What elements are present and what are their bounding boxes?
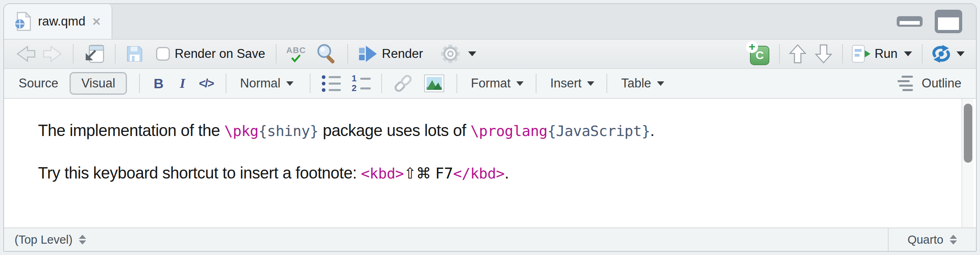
bold-button[interactable]: B <box>154 76 164 91</box>
open-in-window-icon[interactable] <box>83 43 105 64</box>
format-selector[interactable]: Quarto <box>888 228 976 251</box>
paragraph-style-dropdown[interactable]: Normal <box>240 76 281 91</box>
render-settings-gear-icon[interactable] <box>439 43 462 64</box>
toolbar-separator <box>347 44 348 64</box>
go-to-next-chunk-icon[interactable] <box>815 44 832 64</box>
forward-icon[interactable] <box>42 45 63 63</box>
table-menu-dropdown-icon[interactable] <box>657 81 664 86</box>
quarto-file-icon <box>15 12 32 31</box>
insert-chunk-button[interactable]: C + <box>747 42 769 65</box>
italic-button[interactable]: I <box>180 76 185 91</box>
editor-paragraph[interactable]: The implementation of the \pkg{shiny} pa… <box>38 121 919 140</box>
find-replace-icon[interactable] <box>315 42 338 65</box>
text-segment-latex-cmd: \pkg <box>224 123 259 139</box>
insert-menu-dropdown-icon[interactable] <box>587 81 594 86</box>
render-button[interactable]: Render <box>382 47 423 61</box>
toolbar-separator <box>922 44 923 64</box>
go-to-previous-chunk-icon[interactable] <box>789 44 807 64</box>
toolbar-separator <box>606 74 607 93</box>
maximize-pane-icon[interactable] <box>935 10 962 33</box>
tab-close-icon[interactable]: ✕ <box>92 15 101 28</box>
scope-updown-icon <box>79 235 86 244</box>
bulleted-list-icon[interactable] <box>322 75 341 92</box>
toolbar-separator <box>842 44 843 64</box>
source-mode-button[interactable]: Source <box>19 76 58 91</box>
text-segment-text: . <box>505 164 509 182</box>
tab-raw-qmd[interactable]: raw.qmd ✕ <box>4 4 112 39</box>
toolbar-separator <box>456 74 457 93</box>
run-icon <box>852 45 865 63</box>
editor-content[interactable]: The implementation of the \pkg{shiny} pa… <box>4 99 976 182</box>
toolbar-separator <box>536 74 536 93</box>
format-menu-dropdown-icon[interactable] <box>516 81 524 86</box>
run-dropdown-icon[interactable] <box>904 51 912 56</box>
toolbar-separator <box>226 74 226 93</box>
editor-paragraph[interactable]: Try this keyboard shortcut to insert a f… <box>38 164 919 182</box>
numbered-list-icon[interactable]: 1 2 <box>351 74 371 92</box>
scrollbar-thumb[interactable] <box>964 104 972 163</box>
format-updown-icon <box>950 235 957 244</box>
source-editor-pane: raw.qmd ✕ Render on Save <box>3 3 977 252</box>
rerun-dropdown-icon[interactable] <box>957 51 965 56</box>
render-icon[interactable] <box>359 45 377 62</box>
image-icon[interactable] <box>424 74 444 92</box>
rerun-icon[interactable] <box>931 45 951 63</box>
render-on-save-label[interactable]: Render on Save <box>175 47 265 61</box>
window-controls <box>897 4 976 39</box>
text-segment-text: Try this keyboard shortcut to insert a f… <box>38 164 361 182</box>
minimize-pane-icon[interactable] <box>897 16 923 27</box>
spellcheck-icon[interactable]: ABC <box>286 46 306 62</box>
toolbar-separator <box>779 44 780 64</box>
text-segment-kbd-keys: ⇧⌘ F7 <box>404 165 453 182</box>
toolbar-separator <box>115 44 116 64</box>
editor-status-bar: (Top Level) Quarto <box>4 227 976 251</box>
format-menu[interactable]: Format <box>471 76 511 91</box>
plus-badge-icon: + <box>746 41 758 53</box>
link-icon[interactable] <box>393 74 414 93</box>
render-on-save-checkbox[interactable] <box>156 47 170 61</box>
run-button[interactable]: Run <box>852 45 912 63</box>
toolbar-separator <box>73 44 74 64</box>
scope-selector[interactable]: (Top Level) <box>4 233 86 246</box>
text-segment-text: . <box>650 121 655 139</box>
insert-menu[interactable]: Insert <box>550 76 582 91</box>
visual-editor-surface[interactable]: The implementation of the \pkg{shiny} pa… <box>4 99 976 227</box>
text-segment-text: package uses lots of <box>319 121 471 139</box>
tab-title: raw.qmd <box>38 14 85 29</box>
toolbar-separator <box>381 74 382 93</box>
table-menu[interactable]: Table <box>621 76 651 91</box>
outline-icon[interactable] <box>898 76 916 91</box>
text-segment-text: The implementation of the <box>38 121 224 139</box>
save-icon[interactable] <box>125 45 144 63</box>
back-icon[interactable] <box>15 45 36 63</box>
text-segment-kbd-tag: <kbd> <box>361 165 404 182</box>
format-toolbar: Source Visual B I </> Normal 1 2 <box>4 69 976 99</box>
visual-mode-button[interactable]: Visual <box>70 72 127 95</box>
vertical-scrollbar[interactable] <box>961 99 974 227</box>
text-segment-latex-cmd: \proglang <box>470 123 547 139</box>
text-segment-kbd-tag: </kbd> <box>453 165 505 182</box>
text-segment-latex-arg: {JavaScript} <box>547 123 650 139</box>
main-toolbar: Render on Save ABC Render <box>4 40 976 69</box>
tab-strip: raw.qmd ✕ <box>4 4 976 40</box>
inline-code-button[interactable]: </> <box>199 77 213 90</box>
text-segment-latex-arg: {shiny} <box>258 123 318 139</box>
paragraph-style-dropdown-icon[interactable] <box>286 81 294 86</box>
toolbar-separator <box>139 74 140 93</box>
outline-toggle[interactable]: Outline <box>922 76 961 91</box>
render-settings-dropdown-icon[interactable] <box>468 51 476 56</box>
toolbar-separator <box>310 74 310 93</box>
toolbar-separator <box>276 44 277 64</box>
